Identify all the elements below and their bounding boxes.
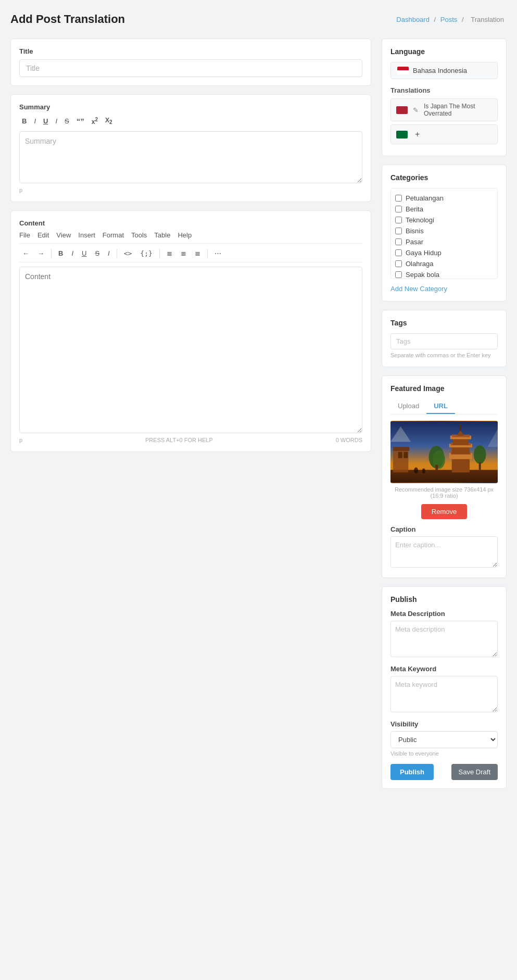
menu-view[interactable]: View [56,231,71,239]
toolbar-divider-3 [159,249,160,258]
menu-file[interactable]: File [19,231,30,239]
page-header: Add Post Translation Dashboard / Posts /… [10,12,507,26]
main-layout: Title Summary B I U I S “” x2 X2 p [10,39,507,789]
caption-textarea[interactable] [390,536,498,568]
content-align-left-btn[interactable]: ≣ [163,248,175,259]
svg-point-23 [422,468,425,473]
summary-toolbar: B I U I S “” x2 X2 [19,115,362,127]
breadcrumb-posts[interactable]: Posts [440,16,458,23]
featured-image-title: Featured Image [390,384,498,393]
summary-sup-btn[interactable]: x2 [89,115,100,127]
content-italic2-btn[interactable]: I [105,248,113,259]
content-word-count: 0 WORDS [336,437,362,443]
remove-image-button[interactable]: Remove [421,504,467,519]
page-title: Add Post Translation [10,12,125,26]
translation-edit-btn-us[interactable]: ✎ [412,105,420,115]
caption-label: Caption [390,525,498,533]
category-checkbox-gaya-hidup[interactable] [395,249,402,256]
category-checkbox-olahraga[interactable] [395,260,402,267]
category-checkbox-petualangan[interactable] [395,195,402,202]
save-draft-button[interactable]: Save Draft [451,764,498,780]
svg-rect-19 [435,465,438,471]
category-checkbox-bisnis[interactable] [395,228,402,234]
visibility-label: Visibility [390,720,498,728]
category-label: Olahraga [406,260,433,268]
category-checkbox-teknologi[interactable] [395,217,402,223]
summary-quote-btn[interactable]: “” [74,115,87,127]
tags-title: Tags [390,319,498,327]
category-checkbox-pasar[interactable] [395,238,402,245]
content-italic-btn[interactable]: I [68,248,77,259]
menu-table[interactable]: Table [154,231,170,239]
content-redo-btn[interactable]: → [34,248,47,259]
category-label: Berita [406,205,423,213]
svg-rect-21 [479,462,481,470]
content-bold-btn[interactable]: B [55,248,66,259]
content-textarea[interactable] [19,267,362,433]
category-item: Berita [395,204,493,215]
meta-kw-label: Meta Keyword [390,665,498,673]
tags-hint: Separate with commas or the Enter key [390,352,498,358]
language-name: Bahasa Indonesia [413,67,467,74]
content-strike-btn[interactable]: S [92,248,103,259]
menu-edit[interactable]: Edit [37,231,49,239]
tags-card: Tags Separate with commas or the Enter k… [382,310,507,367]
category-item: Olahraga [395,258,493,269]
content-block-btn[interactable]: {;} [137,248,155,259]
content-toolbar: ← → B I U S I <> {;} ≣ ≣ ≣ ⋯ [19,248,362,262]
summary-label: Summary [19,103,362,111]
breadcrumb-sep2: / [462,16,464,23]
content-underline-btn[interactable]: U [79,248,90,259]
image-placeholder [390,421,498,483]
summary-textarea[interactable] [19,131,362,183]
menu-help[interactable]: Help [178,231,192,239]
toolbar-divider-1 [51,249,52,258]
breadcrumb-dashboard[interactable]: Dashboard [396,16,430,23]
meta-keyword-group: Meta Keyword [390,665,498,714]
content-code-btn[interactable]: <> [121,248,135,259]
visibility-select[interactable]: Public Private Password Protected [390,731,498,748]
title-label: Title [19,47,362,55]
translation-add-btn-sa[interactable]: + [412,129,423,140]
content-align-center-btn[interactable]: ≣ [178,248,190,259]
toolbar-divider-2 [117,249,117,258]
content-card: Content File Edit View Insert Format Too… [10,210,371,452]
meta-keyword-textarea[interactable] [390,676,498,712]
publish-actions: Publish Save Draft [390,764,498,780]
tab-upload[interactable]: Upload [390,399,426,414]
summary-italic2-btn[interactable]: I [53,116,60,127]
menu-insert[interactable]: Insert [78,231,95,239]
summary-strike-btn[interactable]: S [62,116,72,127]
translation-text-us: Is Japan The Most Overrated [424,103,492,117]
svg-rect-3 [393,447,409,451]
content-footer-tag: p [19,437,22,443]
tab-url[interactable]: URL [426,399,455,414]
summary-bold-btn[interactable]: B [19,116,29,127]
svg-rect-6 [452,457,470,472]
add-category-link[interactable]: Add New Category [390,285,447,293]
svg-rect-5 [404,452,408,458]
content-undo-btn[interactable]: ← [19,248,32,259]
category-checkbox-berita[interactable] [395,206,402,212]
summary-underline-btn[interactable]: U [41,116,51,127]
menu-format[interactable]: Format [103,231,124,239]
summary-sub-btn[interactable]: X2 [103,115,115,127]
categories-card: Categories Petualangan Berita Teknologi [382,165,507,301]
menu-tools[interactable]: Tools [131,231,147,239]
category-label: Teknologi [406,216,434,224]
publish-button[interactable]: Publish [390,764,434,780]
meta-description-textarea[interactable] [390,621,498,657]
title-input[interactable] [19,59,362,77]
category-label: Bisnis [406,227,424,235]
content-align-right-btn[interactable]: ≣ [192,248,204,259]
featured-image-card: Featured Image Upload URL [382,375,507,578]
category-label: Pasar [406,238,423,246]
featured-image-tabs: Upload URL [390,399,498,414]
tags-input[interactable] [390,333,498,349]
language-section-title: Language [390,47,498,56]
category-item: Sepak bola [395,269,493,279]
category-item: Petualangan [395,193,493,204]
category-checkbox-sepak-bola[interactable] [395,271,402,278]
content-more-btn[interactable]: ⋯ [211,248,224,259]
summary-italic-btn[interactable]: I [31,116,39,127]
